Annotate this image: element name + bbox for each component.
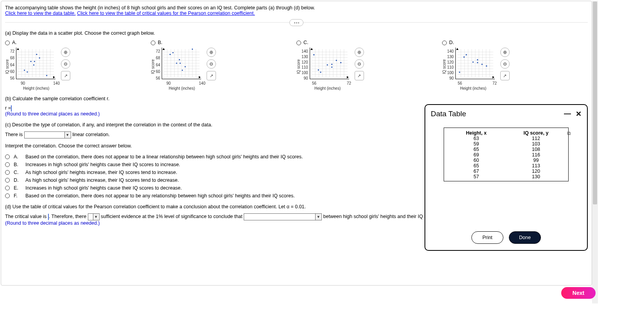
svg-point-51	[182, 69, 183, 71]
table-cell: 116	[506, 152, 566, 158]
radio-interpret-a[interactable]	[5, 154, 10, 159]
table-cell: 59	[446, 141, 506, 147]
svg-point-23	[34, 61, 35, 62]
r-label: r =	[5, 105, 11, 111]
x-axis-label: Height (inches)	[460, 86, 588, 90]
minimize-icon[interactable]: —	[564, 110, 571, 118]
y-axis-label: IQ score	[296, 55, 301, 74]
svg-point-53	[192, 48, 193, 50]
radio-interpret-b[interactable]	[5, 162, 10, 167]
part-a: (a) Display the data in a scatter plot. …	[5, 30, 588, 90]
zoom-in-icon[interactable]: ⊕	[500, 48, 510, 57]
zoom-out-icon[interactable]: ⊖	[207, 59, 216, 69]
svg-point-76	[331, 66, 332, 67]
svg-point-21	[36, 54, 37, 55]
data-table-dialog: Data Table — ✕ ⧉ Height, x IQ score, y 6…	[425, 104, 588, 251]
table-cell: 65	[446, 163, 506, 169]
d-s1: The critical value is	[5, 214, 46, 219]
table-cell: 65	[446, 147, 506, 152]
is-isnot-select[interactable]: ▼	[88, 213, 100, 220]
d-s2: . Therefore, there	[49, 214, 86, 219]
y-axis-label: IQ score	[5, 55, 9, 74]
svg-point-22	[24, 69, 25, 71]
svg-point-19	[27, 71, 28, 73]
table-cell: 112	[506, 136, 566, 141]
open-icon[interactable]: ↗	[61, 71, 70, 80]
radio-interpret-f[interactable]	[5, 193, 10, 198]
svg-marker-111	[456, 48, 458, 50]
radio-option-c[interactable]	[296, 41, 301, 45]
table-row: 69116	[446, 152, 566, 158]
radio-option-a[interactable]	[5, 41, 10, 45]
svg-point-18	[33, 64, 34, 66]
graph-option-b: B.IQ score7268646056⊕⊖↗90140Height (inch…	[151, 40, 296, 90]
table-row: 63112	[446, 136, 566, 141]
print-button[interactable]: Print	[471, 231, 503, 244]
svg-marker-83	[310, 48, 313, 50]
svg-point-104	[466, 54, 467, 55]
zoom-in-icon[interactable]: ⊕	[61, 48, 70, 57]
expand-button[interactable]	[289, 19, 303, 26]
dialog-title: Data Table	[431, 110, 466, 118]
scatter-plot	[310, 48, 349, 80]
radio-interpret-c[interactable]	[5, 170, 10, 175]
svg-point-48	[176, 62, 177, 64]
close-icon[interactable]: ✕	[576, 110, 582, 118]
radio-interpret-d[interactable]	[5, 178, 10, 183]
choice-text: Increases in high school girls' heights …	[25, 185, 182, 191]
scroll-thumb[interactable]	[593, 2, 597, 204]
zoom-out-icon[interactable]: ⊖	[355, 59, 364, 69]
scatter-plot	[455, 48, 495, 80]
choice-text: As high school girls' heights increase, …	[25, 170, 177, 175]
choice-text: Based on the correlation, there does not…	[25, 154, 303, 160]
part-a-prompt: (a) Display the data in a scatter plot. …	[5, 30, 588, 36]
svg-point-20	[30, 61, 32, 62]
c-sentence-pre: There is	[5, 132, 23, 137]
part-b-prompt: (b) Calculate the sample correlation coe…	[5, 96, 588, 101]
choice-label: C.	[14, 170, 21, 175]
zoom-in-icon[interactable]: ⊕	[207, 48, 216, 57]
svg-point-46	[169, 54, 171, 55]
table-cell: 63	[446, 136, 506, 141]
option-label: B.	[158, 40, 162, 45]
data-table-link[interactable]: Click here to view the data table.	[5, 11, 76, 16]
d-s4: between high school girls' heights and t…	[323, 214, 440, 219]
choice-text: As high school girls' heights increase, …	[25, 177, 179, 183]
correlation-type-select[interactable]: ▼	[24, 131, 71, 138]
choice-label: E.	[14, 185, 21, 191]
y-axis-label: IQ score	[151, 55, 155, 74]
svg-marker-54	[199, 76, 201, 78]
data-table: ⧉ Height, x IQ score, y 6311259103651086…	[444, 128, 569, 181]
conclusion-select[interactable]: ▼	[244, 213, 322, 220]
open-icon[interactable]: ↗	[500, 71, 510, 80]
done-button[interactable]: Done	[509, 231, 541, 244]
table-cell: 60	[446, 158, 506, 163]
svg-point-102	[459, 71, 460, 73]
radio-option-b[interactable]	[151, 41, 155, 45]
svg-point-77	[340, 62, 341, 63]
open-icon[interactable]: ↗	[207, 71, 216, 80]
separator	[5, 22, 588, 23]
svg-point-81	[313, 54, 314, 55]
vertical-scrollbar[interactable]	[592, 1, 598, 303]
table-cell: 57	[446, 174, 506, 179]
radio-option-d[interactable]	[442, 41, 447, 45]
choice-text: Based on the correlation, there does not…	[25, 193, 295, 199]
radio-interpret-e[interactable]	[5, 186, 10, 190]
open-icon[interactable]: ↗	[355, 71, 364, 80]
zoom-out-icon[interactable]: ⊖	[500, 59, 510, 69]
table-cell: 99	[506, 158, 566, 163]
choice-label: A.	[14, 154, 21, 160]
zoom-in-icon[interactable]: ⊕	[355, 48, 364, 57]
table-row: 59103	[446, 141, 566, 147]
zoom-out-icon[interactable]: ⊖	[61, 59, 70, 69]
table-row: 65113	[446, 163, 566, 169]
r-input[interactable]	[11, 105, 12, 112]
next-button[interactable]: Next	[561, 287, 596, 299]
copy-icon[interactable]: ⧉	[567, 130, 571, 137]
svg-point-52	[185, 66, 186, 67]
svg-point-78	[320, 71, 321, 73]
table-cell: 67	[446, 169, 506, 174]
table-row: 65108	[446, 147, 566, 152]
critical-values-link[interactable]: Click here to view the table of critical…	[77, 11, 255, 16]
